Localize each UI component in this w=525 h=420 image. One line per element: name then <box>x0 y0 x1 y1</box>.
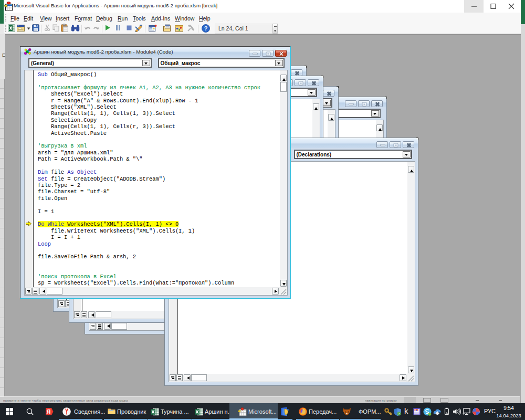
svg-text:Я: Я <box>47 408 51 415</box>
svg-text:?: ? <box>204 25 208 32</box>
